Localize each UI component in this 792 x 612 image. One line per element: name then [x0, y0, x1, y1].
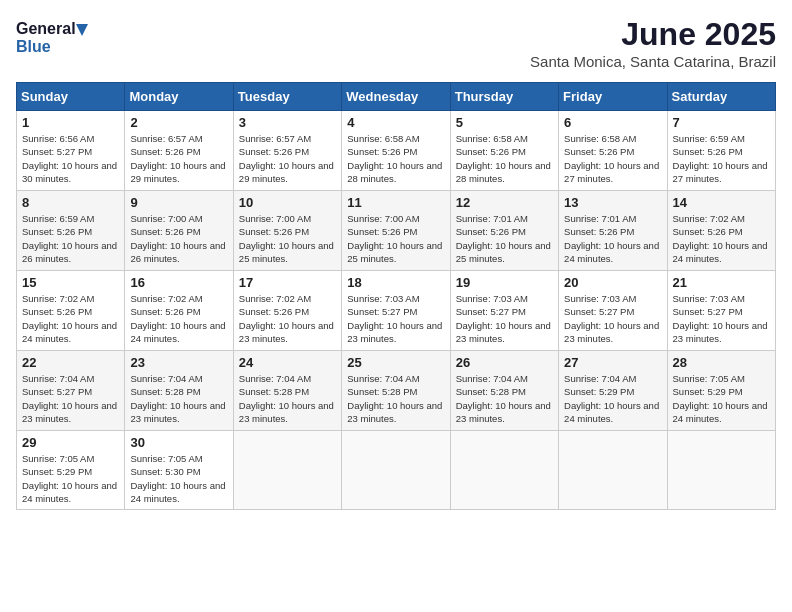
- day-info: Sunrise: 7:00 AM Sunset: 5:26 PM Dayligh…: [347, 212, 444, 265]
- calendar-cell: 19 Sunrise: 7:03 AM Sunset: 5:27 PM Dayl…: [450, 271, 558, 351]
- calendar-cell: 9 Sunrise: 7:00 AM Sunset: 5:26 PM Dayli…: [125, 191, 233, 271]
- day-info: Sunrise: 7:05 AM Sunset: 5:29 PM Dayligh…: [22, 452, 119, 505]
- calendar-cell: 10 Sunrise: 7:00 AM Sunset: 5:26 PM Dayl…: [233, 191, 341, 271]
- day-info: Sunrise: 7:00 AM Sunset: 5:26 PM Dayligh…: [239, 212, 336, 265]
- calendar-cell: 13 Sunrise: 7:01 AM Sunset: 5:26 PM Dayl…: [559, 191, 667, 271]
- day-number: 29: [22, 435, 119, 450]
- calendar-cell: 28 Sunrise: 7:05 AM Sunset: 5:29 PM Dayl…: [667, 351, 775, 431]
- day-number: 28: [673, 355, 770, 370]
- svg-text:General: General: [16, 20, 76, 37]
- day-number: 24: [239, 355, 336, 370]
- day-number: 23: [130, 355, 227, 370]
- calendar-cell: 18 Sunrise: 7:03 AM Sunset: 5:27 PM Dayl…: [342, 271, 450, 351]
- day-info: Sunrise: 6:58 AM Sunset: 5:26 PM Dayligh…: [564, 132, 661, 185]
- calendar-cell: 30 Sunrise: 7:05 AM Sunset: 5:30 PM Dayl…: [125, 431, 233, 510]
- calendar-cell: 17 Sunrise: 7:02 AM Sunset: 5:26 PM Dayl…: [233, 271, 341, 351]
- col-friday: Friday: [559, 83, 667, 111]
- day-info: Sunrise: 7:02 AM Sunset: 5:26 PM Dayligh…: [130, 292, 227, 345]
- day-number: 8: [22, 195, 119, 210]
- day-info: Sunrise: 7:01 AM Sunset: 5:26 PM Dayligh…: [564, 212, 661, 265]
- day-info: Sunrise: 7:04 AM Sunset: 5:28 PM Dayligh…: [239, 372, 336, 425]
- day-number: 12: [456, 195, 553, 210]
- calendar-cell: 27 Sunrise: 7:04 AM Sunset: 5:29 PM Dayl…: [559, 351, 667, 431]
- calendar-cell: 22 Sunrise: 7:04 AM Sunset: 5:27 PM Dayl…: [17, 351, 125, 431]
- calendar-cell: 25 Sunrise: 7:04 AM Sunset: 5:28 PM Dayl…: [342, 351, 450, 431]
- calendar-cell: [450, 431, 558, 510]
- day-info: Sunrise: 7:03 AM Sunset: 5:27 PM Dayligh…: [564, 292, 661, 345]
- day-info: Sunrise: 7:04 AM Sunset: 5:28 PM Dayligh…: [456, 372, 553, 425]
- calendar-cell: [667, 431, 775, 510]
- day-number: 1: [22, 115, 119, 130]
- title-block: June 2025 Santa Monica, Santa Catarina, …: [530, 16, 776, 70]
- calendar-cell: 21 Sunrise: 7:03 AM Sunset: 5:27 PM Dayl…: [667, 271, 775, 351]
- day-number: 4: [347, 115, 444, 130]
- day-info: Sunrise: 6:59 AM Sunset: 5:26 PM Dayligh…: [22, 212, 119, 265]
- month-title: June 2025: [530, 16, 776, 53]
- col-thursday: Thursday: [450, 83, 558, 111]
- day-info: Sunrise: 7:05 AM Sunset: 5:29 PM Dayligh…: [673, 372, 770, 425]
- day-info: Sunrise: 6:56 AM Sunset: 5:27 PM Dayligh…: [22, 132, 119, 185]
- day-info: Sunrise: 7:00 AM Sunset: 5:26 PM Dayligh…: [130, 212, 227, 265]
- day-info: Sunrise: 7:04 AM Sunset: 5:28 PM Dayligh…: [130, 372, 227, 425]
- calendar-cell: 4 Sunrise: 6:58 AM Sunset: 5:26 PM Dayli…: [342, 111, 450, 191]
- calendar-cell: 1 Sunrise: 6:56 AM Sunset: 5:27 PM Dayli…: [17, 111, 125, 191]
- day-number: 7: [673, 115, 770, 130]
- day-number: 3: [239, 115, 336, 130]
- col-tuesday: Tuesday: [233, 83, 341, 111]
- day-number: 30: [130, 435, 227, 450]
- day-info: Sunrise: 6:58 AM Sunset: 5:26 PM Dayligh…: [347, 132, 444, 185]
- calendar-cell: [233, 431, 341, 510]
- calendar-cell: 26 Sunrise: 7:04 AM Sunset: 5:28 PM Dayl…: [450, 351, 558, 431]
- col-monday: Monday: [125, 83, 233, 111]
- day-info: Sunrise: 7:03 AM Sunset: 5:27 PM Dayligh…: [347, 292, 444, 345]
- day-info: Sunrise: 6:57 AM Sunset: 5:26 PM Dayligh…: [239, 132, 336, 185]
- day-info: Sunrise: 7:03 AM Sunset: 5:27 PM Dayligh…: [456, 292, 553, 345]
- calendar-cell: 29 Sunrise: 7:05 AM Sunset: 5:29 PM Dayl…: [17, 431, 125, 510]
- calendar-cell: 8 Sunrise: 6:59 AM Sunset: 5:26 PM Dayli…: [17, 191, 125, 271]
- calendar-cell: 14 Sunrise: 7:02 AM Sunset: 5:26 PM Dayl…: [667, 191, 775, 271]
- calendar-cell: 6 Sunrise: 6:58 AM Sunset: 5:26 PM Dayli…: [559, 111, 667, 191]
- day-number: 5: [456, 115, 553, 130]
- day-info: Sunrise: 6:57 AM Sunset: 5:26 PM Dayligh…: [130, 132, 227, 185]
- calendar-cell: 24 Sunrise: 7:04 AM Sunset: 5:28 PM Dayl…: [233, 351, 341, 431]
- calendar-cell: 5 Sunrise: 6:58 AM Sunset: 5:26 PM Dayli…: [450, 111, 558, 191]
- day-number: 26: [456, 355, 553, 370]
- calendar-cell: [559, 431, 667, 510]
- day-number: 22: [22, 355, 119, 370]
- day-number: 19: [456, 275, 553, 290]
- day-number: 6: [564, 115, 661, 130]
- day-number: 21: [673, 275, 770, 290]
- day-number: 10: [239, 195, 336, 210]
- day-info: Sunrise: 7:05 AM Sunset: 5:30 PM Dayligh…: [130, 452, 227, 505]
- col-sunday: Sunday: [17, 83, 125, 111]
- day-info: Sunrise: 7:02 AM Sunset: 5:26 PM Dayligh…: [239, 292, 336, 345]
- day-number: 9: [130, 195, 227, 210]
- svg-text:Blue: Blue: [16, 38, 51, 55]
- calendar-cell: 12 Sunrise: 7:01 AM Sunset: 5:26 PM Dayl…: [450, 191, 558, 271]
- col-saturday: Saturday: [667, 83, 775, 111]
- day-info: Sunrise: 7:02 AM Sunset: 5:26 PM Dayligh…: [673, 212, 770, 265]
- day-info: Sunrise: 7:04 AM Sunset: 5:28 PM Dayligh…: [347, 372, 444, 425]
- calendar-cell: 23 Sunrise: 7:04 AM Sunset: 5:28 PM Dayl…: [125, 351, 233, 431]
- day-number: 17: [239, 275, 336, 290]
- day-info: Sunrise: 7:01 AM Sunset: 5:26 PM Dayligh…: [456, 212, 553, 265]
- day-number: 13: [564, 195, 661, 210]
- calendar-cell: 3 Sunrise: 6:57 AM Sunset: 5:26 PM Dayli…: [233, 111, 341, 191]
- day-number: 2: [130, 115, 227, 130]
- day-number: 27: [564, 355, 661, 370]
- day-info: Sunrise: 7:04 AM Sunset: 5:27 PM Dayligh…: [22, 372, 119, 425]
- day-info: Sunrise: 7:04 AM Sunset: 5:29 PM Dayligh…: [564, 372, 661, 425]
- day-number: 16: [130, 275, 227, 290]
- day-info: Sunrise: 6:58 AM Sunset: 5:26 PM Dayligh…: [456, 132, 553, 185]
- col-wednesday: Wednesday: [342, 83, 450, 111]
- calendar-cell: 11 Sunrise: 7:00 AM Sunset: 5:26 PM Dayl…: [342, 191, 450, 271]
- day-number: 20: [564, 275, 661, 290]
- svg-marker-2: [76, 24, 88, 36]
- header-row: Sunday Monday Tuesday Wednesday Thursday…: [17, 83, 776, 111]
- day-number: 18: [347, 275, 444, 290]
- calendar-table: Sunday Monday Tuesday Wednesday Thursday…: [16, 82, 776, 510]
- calendar-cell: 15 Sunrise: 7:02 AM Sunset: 5:26 PM Dayl…: [17, 271, 125, 351]
- day-info: Sunrise: 7:03 AM Sunset: 5:27 PM Dayligh…: [673, 292, 770, 345]
- calendar-cell: 2 Sunrise: 6:57 AM Sunset: 5:26 PM Dayli…: [125, 111, 233, 191]
- day-number: 25: [347, 355, 444, 370]
